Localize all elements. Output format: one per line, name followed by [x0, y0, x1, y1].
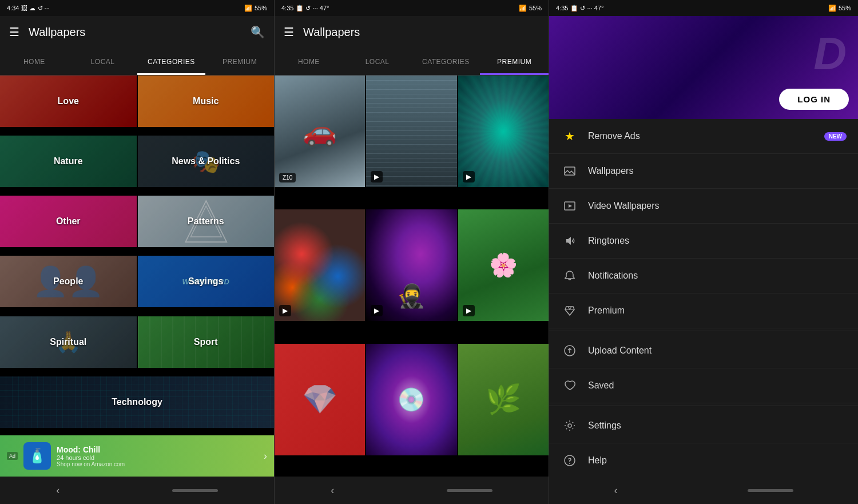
ad-badge: Ad [7, 452, 18, 460]
ad-banner[interactable]: Ad 🧴 Mood: Chill 24 hours cold Shop now … [0, 435, 274, 477]
status-time-1: 4:34 🖼 ☁ ↺ ··· [7, 5, 50, 12]
tab-home-2[interactable]: HOME [275, 48, 343, 75]
app-header-2: ☰ Wallpapers [275, 16, 549, 48]
menu-icon-1[interactable]: ☰ [9, 25, 19, 39]
signal-icon-3: 📶 [828, 5, 836, 12]
menu-icon-2[interactable]: ☰ [284, 25, 294, 39]
menu-label-help: Help [588, 455, 847, 466]
home-indicator-1 [172, 489, 218, 492]
wall-item-car[interactable]: 🚗 Z10 [275, 76, 365, 187]
ad-product-icon: 🧴 [23, 442, 51, 470]
login-button[interactable]: LOG IN [779, 89, 849, 110]
menu-label-saved: Saved [588, 380, 847, 391]
wall-item-red[interactable]: 💎 [275, 344, 365, 455]
category-spiritual[interactable]: 🙏 Spiritual [0, 316, 137, 368]
category-music[interactable]: Music [138, 76, 275, 127]
category-nature[interactable]: Nature [0, 136, 137, 187]
signal-icon-2: 📶 [519, 5, 527, 12]
wall-item-plant[interactable]: 🌿 [458, 344, 549, 455]
menu-label-settings: Settings [588, 420, 847, 431]
notification-icons-3: 📋 ↺ ··· 47° [570, 5, 603, 12]
tab-categories-2[interactable]: CATEGORIES [412, 48, 480, 75]
svg-point-5 [568, 424, 571, 427]
speaker-icon [561, 232, 579, 250]
notification-icons: 🖼 ☁ ↺ ··· [21, 5, 49, 12]
upload-icon [561, 342, 579, 360]
menu-label-video: Video Wallpapers [588, 201, 847, 211]
wall-item-teal[interactable]: ▶ [458, 76, 549, 187]
tab-premium-2[interactable]: PREMIUM [480, 48, 549, 75]
wall-badge-play-4: ▶ [279, 305, 291, 316]
status-bar-1: 4:34 🖼 ☁ ↺ ··· 📶 55% [0, 0, 274, 16]
menu-item-video-wallpapers[interactable]: Video Wallpapers [549, 189, 858, 224]
menu-items-list: ★ Remove Ads NEW Wallpapers Video Wa [549, 119, 858, 477]
menu-item-premium[interactable]: Premium [549, 293, 858, 328]
tab-home-1[interactable]: HOME [0, 48, 69, 75]
status-bar-3: 4:35 📋 ↺ ··· 47° 📶 55% [549, 0, 858, 16]
category-other[interactable]: Other [0, 196, 137, 247]
menu-label-premium: Premium [588, 305, 847, 316]
category-people[interactable]: 👤👤 People [0, 256, 137, 307]
new-badge: NEW [824, 132, 847, 141]
video-icon [561, 197, 579, 215]
search-icon-1[interactable]: 🔍 [251, 25, 265, 39]
panel-categories: 4:34 🖼 ☁ ↺ ··· 📶 55% ☰ Wallpapers 🔍 HOME… [0, 0, 275, 504]
menu-label-wallpapers: Wallpapers [588, 166, 847, 176]
wall-item-ninja[interactable]: 🥷 ▶ [366, 209, 456, 321]
svg-rect-2 [565, 167, 575, 175]
settings-icon [561, 416, 579, 435]
category-technology[interactable]: Technology [0, 376, 274, 428]
wall-item-cd[interactable]: 💿 [366, 344, 456, 455]
signal-icon: 📶 [244, 5, 252, 12]
wall-badge-play-2: ▶ [371, 171, 383, 182]
wall-badge-play-5: ▶ [371, 305, 383, 316]
home-indicator-2 [447, 489, 492, 492]
notification-icons-2: 📋 ↺ ··· 47° [296, 5, 329, 12]
category-sport[interactable]: Sport [138, 316, 275, 368]
category-love[interactable]: Love [0, 76, 137, 127]
category-news[interactable]: 🎭 News & Politics [138, 136, 275, 187]
menu-item-saved[interactable]: Saved [549, 368, 858, 403]
image-icon [561, 162, 579, 180]
menu-header: D LOG IN [549, 16, 858, 119]
back-button-1[interactable]: ‹ [56, 485, 59, 497]
menu-divider-2 [549, 406, 858, 406]
ad-text-block: Mood: Chill 24 hours cold Shop now on Am… [57, 445, 258, 467]
menu-label-remove-ads: Remove Ads [588, 131, 815, 141]
tab-premium-1[interactable]: PREMIUM [205, 48, 274, 75]
category-patterns[interactable]: Patterns [138, 196, 275, 247]
menu-divider-1 [549, 331, 858, 331]
diamond-icon [561, 301, 579, 320]
menu-item-settings[interactable]: Settings [549, 408, 858, 443]
category-sayings[interactable]: WORK HARD Sayings [138, 256, 275, 307]
help-icon [561, 451, 579, 470]
app-title-1: Wallpapers [29, 26, 241, 39]
home-indicator-3 [748, 489, 793, 492]
app-header-1: ☰ Wallpapers 🔍 [0, 16, 274, 48]
categories-grid: Love Music Nature 🎭 News & Politics Othe… [0, 76, 274, 435]
svg-point-7 [569, 463, 570, 464]
tab-local-2[interactable]: LOCAL [343, 48, 412, 75]
wall-item-stones[interactable]: ▶ [275, 209, 365, 321]
menu-item-remove-ads[interactable]: ★ Remove Ads NEW [549, 119, 858, 154]
bottom-nav-1: ‹ [0, 477, 274, 504]
menu-item-wallpapers[interactable]: Wallpapers [549, 154, 858, 189]
bell-icon [561, 267, 579, 285]
menu-item-help[interactable]: Help [549, 443, 858, 477]
wallpapers-grid: 🚗 Z10 ▶ ▶ ▶ 🥷 ▶ [275, 76, 549, 477]
tab-categories-1[interactable]: CATEGORIES [137, 48, 206, 75]
menu-item-ringtones[interactable]: Ringtones [549, 224, 858, 259]
menu-item-notifications[interactable]: Notifications [549, 259, 858, 293]
app-logo: D [813, 27, 847, 80]
menu-item-upload[interactable]: Upload Content [549, 334, 858, 368]
wall-item-rain[interactable]: ▶ [366, 76, 456, 187]
wall-item-flower[interactable]: 🌸 ▶ [458, 209, 549, 321]
panel-wallpapers: 4:35 📋 ↺ ··· 47° 📶 55% ☰ Wallpapers HOME… [275, 0, 549, 504]
back-button-2[interactable]: ‹ [331, 485, 334, 497]
star-icon: ★ [561, 127, 579, 145]
back-button-3[interactable]: ‹ [614, 485, 618, 497]
tab-local-1[interactable]: LOCAL [69, 48, 137, 75]
status-bar-2: 4:35 📋 ↺ ··· 47° 📶 55% [275, 0, 549, 16]
ad-arrow-icon[interactable]: › [264, 450, 267, 462]
wall-badge-play-3: ▶ [463, 171, 475, 182]
